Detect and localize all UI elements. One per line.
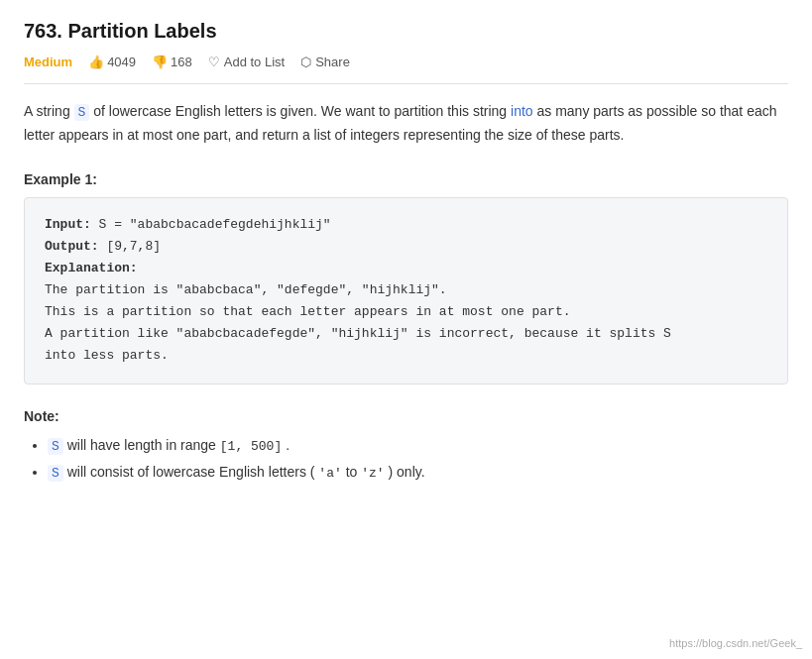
note2-text-before: will consist of lowercase English letter… — [67, 464, 315, 480]
highlight-into: into — [511, 103, 533, 119]
upvote-count: 4049 — [107, 55, 136, 69]
note1-code-s: S — [48, 438, 63, 455]
note1-range: [1, 500] — [220, 439, 282, 454]
downvote-count: 168 — [171, 55, 192, 69]
note2-code-s: S — [48, 465, 63, 482]
share-button[interactable]: ⬡ Share — [300, 55, 350, 69]
explanation-line-1: The partition is "ababcbaca", "defegde",… — [45, 279, 767, 301]
note-item-2: S will consist of lowercase English lett… — [48, 459, 788, 487]
problem-description: A string S of lowercase English letters … — [24, 100, 788, 148]
note-section: Note: S will have length in range [1, 50… — [24, 408, 788, 487]
upvote-button[interactable]: 👍 4049 — [88, 55, 136, 69]
difficulty-badge: Medium — [24, 55, 72, 69]
output-value: [9,7,8] — [99, 239, 161, 254]
code-output-line: Output: [9,7,8] — [45, 236, 767, 258]
share-icon: ⬡ — [300, 55, 311, 69]
thumbs-down-icon: 👎 — [152, 55, 168, 69]
thumbs-up-icon: 👍 — [88, 55, 104, 69]
share-label: Share — [315, 55, 350, 69]
code-input-line: Input: S = "ababcbacadefegdehijhklij" — [45, 214, 767, 236]
add-to-list-button[interactable]: ♡ Add to List — [208, 55, 285, 69]
note-title: Note: — [24, 408, 788, 424]
output-label: Output: — [45, 239, 99, 254]
variable-s: S — [74, 104, 90, 121]
example-section: Example 1: Input: S = "ababcbacadefegdeh… — [24, 171, 788, 384]
explanation-label: Explanation: — [45, 261, 138, 275]
code-block: Input: S = "ababcbacadefegdehijhklij" Ou… — [24, 197, 788, 384]
downvote-button[interactable]: 👎 168 — [152, 55, 192, 69]
note2-char-start: 'a' — [318, 466, 341, 481]
note1-text-after: . — [286, 437, 290, 453]
note1-text-before: will have length in range — [67, 437, 220, 453]
input-value: S = "ababcbacadefegdehijhklij" — [91, 217, 331, 232]
example-title: Example 1: — [24, 171, 788, 187]
heart-icon: ♡ — [208, 55, 220, 69]
add-to-list-label: Add to List — [224, 55, 285, 69]
meta-row: Medium 👍 4049 👎 168 ♡ Add to List ⬡ Shar… — [24, 55, 788, 84]
explanation-line-3: A partition like "ababcbacadefegde", "hi… — [45, 323, 767, 345]
note-item-1: S will have length in range [1, 500] . — [48, 432, 788, 460]
note2-char-end: 'z' — [361, 466, 384, 481]
note2-to-text: to — [346, 464, 362, 480]
code-explanation-label-line: Explanation: — [45, 258, 767, 279]
page-title: 763. Partition Labels — [24, 20, 788, 43]
input-label: Input: — [45, 217, 91, 232]
note2-text-after: ) only. — [389, 464, 425, 480]
explanation-line-2: This is a partition so that each letter … — [45, 301, 767, 323]
explanation-line-4: into less parts. — [45, 345, 767, 367]
watermark: https://blog.csdn.net/Geek_ — [669, 637, 802, 649]
note-list: S will have length in range [1, 500] . S… — [24, 432, 788, 487]
